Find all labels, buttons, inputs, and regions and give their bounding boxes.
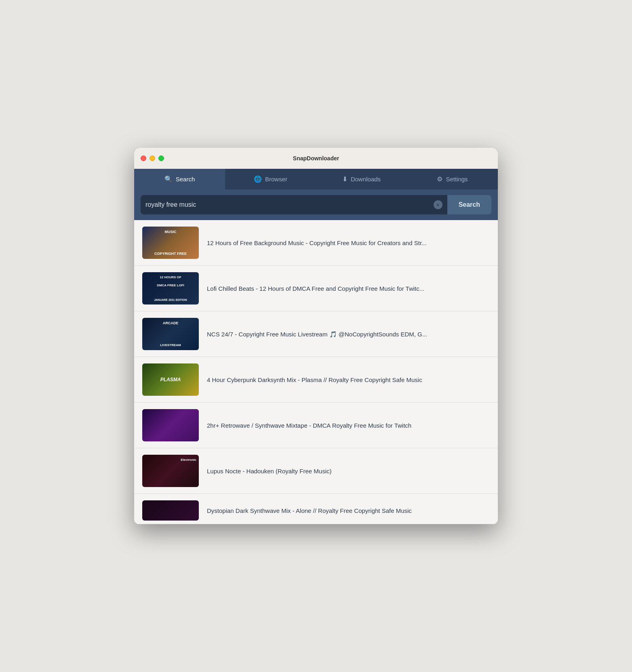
list-item[interactable]: 12 HOURS OF DMCA FREE LOFI JANUARE 2021 … bbox=[134, 266, 498, 311]
list-item[interactable]: 2hr+ Retrowave / Synthwave Mixtape - DMC… bbox=[134, 403, 498, 448]
settings-tab-icon: ⚙ bbox=[437, 175, 442, 183]
thumb-text-top: MUSIC bbox=[142, 228, 199, 235]
thumb-text-bot: JANUARE 2021 EDITION bbox=[142, 297, 199, 303]
list-item[interactable]: Electronic Lupus Nocte - Hadouken (Royal… bbox=[134, 448, 498, 494]
search-bar: × Search bbox=[134, 189, 498, 220]
result-title: 2hr+ Retrowave / Synthwave Mixtape - DMC… bbox=[199, 421, 490, 430]
tab-settings-label: Settings bbox=[446, 176, 468, 183]
tab-browser[interactable]: 🌐 Browser bbox=[225, 169, 316, 189]
traffic-lights bbox=[141, 155, 164, 161]
thumbnail: Electronic bbox=[142, 455, 199, 487]
window-title: SnapDownloader bbox=[293, 155, 339, 162]
tab-search[interactable]: 🔍 Search bbox=[134, 169, 225, 189]
thumbnail: ARCADE LIVESTREAM bbox=[142, 318, 199, 350]
minimize-button[interactable] bbox=[150, 155, 155, 161]
browser-tab-icon: 🌐 bbox=[254, 175, 262, 183]
search-button[interactable]: Search bbox=[447, 195, 491, 214]
tab-settings[interactable]: ⚙ Settings bbox=[407, 169, 498, 189]
list-item[interactable]: Dystopian Dark Synthwave Mix - Alone // … bbox=[134, 494, 498, 524]
search-input-wrapper: × bbox=[141, 195, 447, 214]
close-button[interactable] bbox=[141, 155, 146, 161]
thumb-text-mid: DMCA FREE LOFI bbox=[142, 282, 199, 289]
result-title: 12 Hours of Free Background Music - Copy… bbox=[199, 239, 490, 247]
downloads-tab-icon: ⬇ bbox=[342, 175, 348, 183]
tab-downloads-label: Downloads bbox=[351, 176, 381, 183]
maximize-button[interactable] bbox=[158, 155, 164, 161]
thumbnail bbox=[142, 500, 199, 521]
result-title: Dystopian Dark Synthwave Mix - Alone // … bbox=[199, 506, 490, 515]
search-input[interactable] bbox=[145, 201, 434, 208]
clear-button[interactable]: × bbox=[434, 200, 442, 209]
nav-tabs: 🔍 Search 🌐 Browser ⬇ Downloads ⚙ Setting… bbox=[134, 169, 498, 189]
thumbnail: PLASMA bbox=[142, 363, 199, 396]
tab-downloads[interactable]: ⬇ Downloads bbox=[316, 169, 407, 189]
thumbnail bbox=[142, 409, 199, 441]
thumb-text-mid: PLASMA bbox=[142, 375, 199, 384]
thumb-text-top: 12 HOURS OF bbox=[142, 274, 199, 281]
thumbnail: MUSIC COPYRIGHT FREE bbox=[142, 227, 199, 259]
thumb-text-top: ARCADE bbox=[142, 319, 199, 327]
result-title: NCS 24/7 - Copyright Free Music Livestre… bbox=[199, 330, 490, 338]
result-title: Lofi Chilled Beats - 12 Hours of DMCA Fr… bbox=[199, 284, 490, 293]
tab-search-label: Search bbox=[176, 176, 195, 183]
thumb-text-bot: LIVESTREAM bbox=[142, 342, 199, 349]
result-title: Lupus Nocte - Hadouken (Royalty Free Mus… bbox=[199, 467, 490, 475]
tab-browser-label: Browser bbox=[265, 176, 287, 183]
thumb-text-top: Electronic bbox=[142, 456, 199, 463]
list-item[interactable]: MUSIC COPYRIGHT FREE 12 Hours of Free Ba… bbox=[134, 220, 498, 266]
list-item[interactable]: PLASMA 4 Hour Cyberpunk Darksynth Mix - … bbox=[134, 357, 498, 403]
result-title: 4 Hour Cyberpunk Darksynth Mix - Plasma … bbox=[199, 376, 490, 384]
thumb-text-bot: COPYRIGHT FREE bbox=[142, 250, 199, 257]
thumbnail: 12 HOURS OF DMCA FREE LOFI JANUARE 2021 … bbox=[142, 272, 199, 304]
titlebar: SnapDownloader bbox=[134, 148, 498, 169]
app-window: SnapDownloader 🔍 Search 🌐 Browser ⬇ Down… bbox=[134, 148, 498, 524]
results-list[interactable]: MUSIC COPYRIGHT FREE 12 Hours of Free Ba… bbox=[134, 220, 498, 524]
search-tab-icon: 🔍 bbox=[164, 175, 173, 183]
list-item[interactable]: ARCADE LIVESTREAM NCS 24/7 - Copyright F… bbox=[134, 311, 498, 357]
